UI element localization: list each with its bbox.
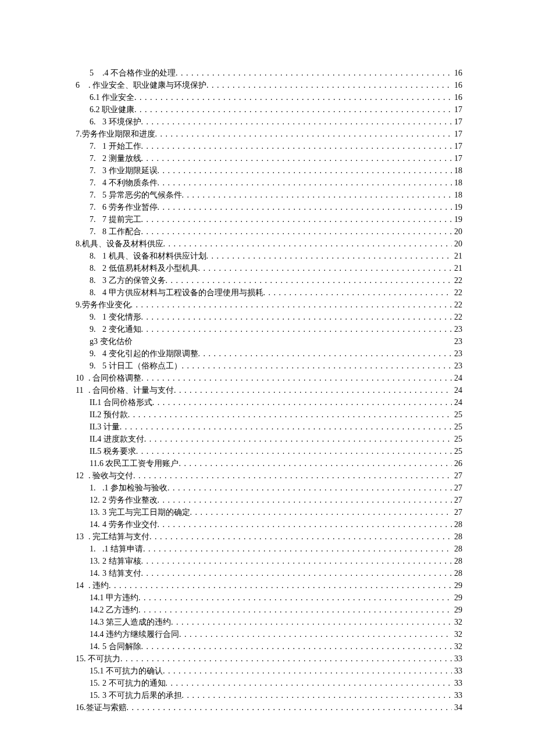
- toc-entry-title: 2 低值易耗材料及小型机具: [102, 262, 198, 274]
- toc-entry-page: 19: [452, 213, 462, 225]
- toc-entry-title: IL1 合同价格形式: [90, 396, 152, 409]
- toc-leader-dots: [182, 189, 452, 201]
- toc-entry-page: 28: [452, 567, 462, 579]
- toc-entry-title: 14.2 乙方违约: [90, 604, 138, 616]
- toc-leader-dots: [131, 299, 452, 311]
- toc-entry-title: IL5 税务要求: [90, 445, 136, 457]
- toc-entry-page: 32: [452, 640, 462, 653]
- toc-entry-page: 22: [452, 299, 462, 311]
- toc-entry-title: 5 计日工（俗称点工）: [102, 360, 182, 372]
- toc-entry-page: 25: [452, 445, 462, 457]
- toc-entry: 1..1 结算申请28: [76, 543, 462, 555]
- toc-entry-page: 29: [452, 604, 462, 616]
- toc-entry-number: 7.: [90, 164, 102, 177]
- toc-entry-page: 24: [452, 396, 462, 409]
- toc-entry: 8.机具、设备及材料供应20: [76, 238, 462, 250]
- toc-leader-dots: [158, 518, 452, 531]
- toc-entry-page: 23: [452, 347, 462, 360]
- toc-entry: 7.3 作业期限延误18: [76, 164, 462, 177]
- toc-entry-title: . 验收与交付: [88, 470, 133, 482]
- toc-entry-number: 9.: [90, 311, 102, 323]
- toc-entry-page: 29: [452, 592, 462, 604]
- toc-leader-dots: [141, 213, 452, 225]
- toc-leader-dots: [167, 482, 452, 494]
- toc-entry-title: . 作业安全、职业健康与环境保护: [88, 79, 206, 91]
- toc-entry: 6.3 环境保护17: [76, 116, 462, 128]
- toc-entry-number: 7.: [90, 177, 102, 189]
- toc-entry-page: 29: [452, 579, 462, 592]
- toc-entry-title: 1 变化情形: [102, 311, 141, 323]
- toc-entry: 12.2 劳务作业整改27: [76, 494, 462, 506]
- toc-leader-dots: [120, 421, 452, 433]
- toc-entry-number: 9.: [90, 323, 102, 335]
- toc-entry-number: 1.: [90, 543, 102, 555]
- toc-entry: 7.5 异常恶劣的气候条件18: [76, 189, 462, 201]
- toc-entry: 14.3 结算支付28: [76, 567, 462, 579]
- toc-leader-dots: [143, 543, 452, 555]
- toc-entry-title: 4 劳务作业交付: [102, 518, 158, 531]
- toc-leader-dots: [174, 384, 452, 396]
- toc-entry-title: 6.1 作业安全: [90, 91, 134, 103]
- toc-leader-dots: [141, 140, 452, 152]
- toc-entry-page: 16: [452, 79, 462, 91]
- toc-entry-number: 10: [76, 372, 88, 384]
- toc-entry: 9.劳务作业变化22: [76, 299, 462, 311]
- toc-leader-dots: [198, 347, 452, 360]
- toc-entry: IL3 计量25: [76, 421, 462, 433]
- toc-entry-title: 2 测量放线: [102, 152, 141, 164]
- toc-entry-title: 3 不可抗力后果的承担: [102, 689, 182, 701]
- toc-entry-page: 33: [452, 665, 462, 677]
- toc-entry: 11.6 农民工工资专用账户26: [76, 457, 462, 470]
- toc-leader-dots: [152, 396, 452, 409]
- toc-leader-dots: [133, 470, 452, 482]
- toc-leader-dots: [166, 677, 452, 689]
- toc-entry: 7.2 测量放线17: [76, 152, 462, 164]
- toc-leader-dots: [158, 494, 452, 506]
- toc-entry-number: 9.: [90, 360, 102, 372]
- toc-entry: 16.签证与索赔34: [76, 701, 462, 714]
- toc-leader-dots: [182, 689, 452, 701]
- toc-entry-title: IL2 预付款: [90, 409, 128, 421]
- toc-entry-title: 2 变化通知: [102, 323, 141, 335]
- toc-entry-page: 16: [452, 91, 462, 103]
- toc-entry-number: 14.: [90, 567, 102, 579]
- toc-leader-dots: [134, 91, 452, 103]
- toc-entry-number: 13.: [90, 555, 102, 567]
- toc-entry-title: 11.6 农民工工资专用账户: [90, 457, 179, 470]
- toc-entry: 14.4 劳务作业交付28: [76, 518, 462, 531]
- toc-entry-number: 6.: [90, 116, 102, 128]
- toc-entry-page: 27: [452, 470, 462, 482]
- toc-entry: 9.1 变化情形22: [76, 311, 462, 323]
- toc-leader-dots: [155, 128, 452, 140]
- toc-entry-page: 17: [452, 152, 462, 164]
- toc-entry: 8.4 甲方供应材料与工程设备的合理使用与损耗22: [76, 286, 462, 299]
- toc-entry: 9.5 计日工（俗称点工）23: [76, 360, 462, 372]
- toc-entry: 15.3 不可抗力后果的承担33: [76, 689, 462, 701]
- toc-entry-page: 19: [452, 201, 462, 213]
- toc-entry-title: 1 开始工作: [102, 140, 141, 152]
- toc-entry-page: 25: [452, 433, 462, 445]
- toc-entry-number: 14.: [90, 640, 102, 653]
- toc-entry-title: IL3 计量: [90, 421, 120, 433]
- toc-entry-number: 7.: [90, 189, 102, 201]
- toc-entry-number: 14: [76, 579, 88, 592]
- toc-entry-number: 8.: [90, 274, 102, 286]
- toc-entry-page: 21: [452, 250, 462, 262]
- toc-leader-dots: [190, 506, 452, 518]
- toc-entry-title: 3 环境保护: [102, 116, 141, 128]
- toc-entry-title: 4 不利物质条件: [102, 177, 158, 189]
- toc-entry-page: 33: [452, 653, 462, 665]
- toc-entry-page: 23: [452, 323, 462, 335]
- toc-entry-number: 8.: [90, 286, 102, 299]
- toc-entry: 15.2 不可抗力的通知33: [76, 677, 462, 689]
- toc-entry-page: 18: [452, 164, 462, 177]
- toc-leader-dots: [136, 445, 452, 457]
- toc-entry: IL2 预付款25: [76, 409, 462, 421]
- toc-entry-title: 16.签证与索赔: [76, 701, 127, 714]
- toc-entry: 13.3 完工与完工日期的确定27: [76, 506, 462, 518]
- toc-leader-dots: [141, 372, 452, 384]
- toc-leader-dots: [141, 640, 452, 653]
- toc-leader-dots: [163, 665, 452, 677]
- toc-entry: 6. 作业安全、职业健康与环境保护16: [76, 79, 462, 91]
- toc-leader-dots: [158, 164, 452, 177]
